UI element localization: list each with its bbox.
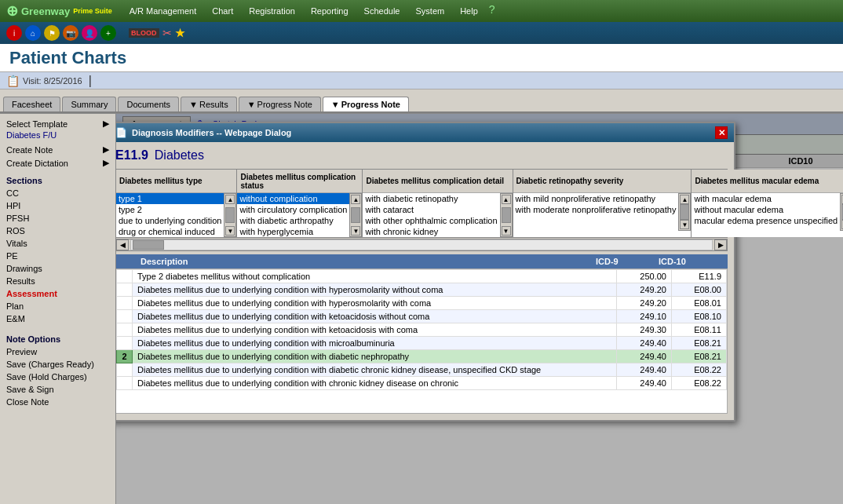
modifier-retinopathy-item-1[interactable]: with mild nonproliferative retinopathy: [513, 193, 679, 204]
table-row[interactable]: Diabetes mellitus due to underlying cond…: [117, 377, 727, 390]
info-icon[interactable]: i: [6, 25, 22, 41]
modifier-detail-item-2[interactable]: with cataract: [363, 204, 499, 215]
row9-icd10[interactable]: E08.22: [672, 377, 727, 390]
row7-desc[interactable]: Diabetes mellitus due to underlying cond…: [133, 350, 617, 363]
table-row[interactable]: Diabetes mellitus due to underlying cond…: [117, 297, 727, 310]
col5-scrollbar[interactable]: ▲ ▼: [840, 193, 843, 231]
sidebar-save-hold[interactable]: Save (Hold Charges): [3, 371, 112, 383]
plus-icon[interactable]: +: [100, 25, 116, 41]
gold-star-icon[interactable]: ★: [175, 27, 185, 39]
col1-scroll-up[interactable]: ▲: [225, 195, 235, 204]
row2-icd10[interactable]: E08.00: [672, 283, 727, 297]
row3-icd10[interactable]: E08.01: [672, 297, 727, 310]
row1-desc[interactable]: Type 2 diabetes mellitus without complic…: [133, 270, 617, 283]
hscroll-left-btn[interactable]: ◀: [116, 239, 129, 250]
col3-scroll-thumb[interactable]: [502, 207, 511, 223]
row1-icd10[interactable]: E11.9: [672, 270, 727, 283]
hscroll-thumb[interactable]: [133, 240, 164, 250]
sidebar-item-pe[interactable]: PE: [3, 250, 112, 262]
camera-icon[interactable]: 📷: [63, 25, 78, 41]
modifier-macular-item-2[interactable]: without macular edema: [692, 204, 840, 215]
modifier-retinopathy-item-2[interactable]: with moderate nonproliferative retinopat…: [513, 204, 679, 215]
row2-desc[interactable]: Diabetes mellitus due to underlying cond…: [133, 283, 617, 297]
sidebar-close-note[interactable]: Close Note: [3, 396, 112, 408]
nav-system[interactable]: System: [407, 3, 452, 19]
dialog-close-button[interactable]: ✕: [715, 126, 728, 139]
modifier-col-5-list[interactable]: with macular edema without macular edema…: [692, 193, 840, 231]
modifier-type-item-3[interactable]: due to underlying condition: [116, 215, 224, 226]
sidebar-item-cc[interactable]: CC: [3, 187, 112, 199]
nav-registration[interactable]: Registration: [241, 3, 303, 19]
nav-help[interactable]: Help: [452, 3, 486, 19]
sidebar-item-hpi[interactable]: HPI: [3, 199, 112, 212]
tab-summary[interactable]: Summary: [62, 97, 116, 111]
row5-icd9[interactable]: 249.30: [617, 323, 672, 337]
sidebar-item-plan[interactable]: Plan: [3, 300, 112, 312]
modifier-macular-item-3[interactable]: macular edema presence unspecified: [692, 215, 840, 226]
sidebar-item-results[interactable]: Results: [3, 275, 112, 287]
col2-scrollbar[interactable]: ▲ ▼: [349, 193, 362, 237]
nav-ar-management[interactable]: A/R Management: [122, 3, 205, 19]
row5-icd10[interactable]: E08.11: [672, 323, 727, 337]
modifier-status-item-1[interactable]: without complication: [237, 193, 349, 204]
row6-desc[interactable]: Diabetes mellitus due to underlying cond…: [133, 337, 617, 350]
dialog-hscrollbar[interactable]: ◀ ▶: [116, 239, 728, 251]
nav-reporting[interactable]: Reporting: [303, 3, 356, 19]
tab-progress-note-1[interactable]: ▼Progress Note: [239, 97, 321, 111]
row3-icd9[interactable]: 249.20: [617, 297, 672, 310]
sidebar-item-vitals[interactable]: Vitals: [3, 237, 112, 250]
modifier-status-item-3[interactable]: with diabetic arthropathy: [237, 215, 349, 226]
col4-scroll-down[interactable]: ▼: [680, 220, 689, 229]
table-row-highlighted[interactable]: 2 Diabetes mellitus due to underlying co…: [117, 350, 727, 363]
table-row[interactable]: Diabetes mellitus due to underlying cond…: [117, 283, 727, 297]
tab-results[interactable]: ▼Results: [181, 97, 237, 111]
row3-desc[interactable]: Diabetes mellitus due to underlying cond…: [133, 297, 617, 310]
tab-documents[interactable]: Documents: [118, 97, 179, 111]
row7-icd10[interactable]: E08.21: [672, 350, 727, 363]
col4-scroll-thumb[interactable]: [680, 204, 689, 220]
col1-scroll-thumb[interactable]: [225, 207, 235, 223]
modifier-type-item-2[interactable]: type 2: [116, 204, 224, 215]
table-row[interactable]: Diabetes mellitus due to underlying cond…: [117, 337, 727, 350]
modifier-macular-item-1[interactable]: with macular edema: [692, 193, 840, 204]
help-circle-icon[interactable]: ?: [489, 3, 495, 19]
sidebar-item-em[interactable]: E&M: [3, 312, 112, 325]
row4-desc[interactable]: Diabetes mellitus due to underlying cond…: [133, 310, 617, 323]
table-row[interactable]: Diabetes mellitus due to underlying cond…: [117, 323, 727, 337]
home-icon[interactable]: ⌂: [25, 25, 41, 41]
sidebar-save-charges[interactable]: Save (Charges Ready): [3, 358, 112, 371]
row4-icd10[interactable]: E08.10: [672, 310, 727, 323]
row9-desc[interactable]: Diabetes mellitus due to underlying cond…: [133, 377, 617, 390]
sidebar-item-assessment[interactable]: Assessment: [3, 287, 112, 300]
table-row[interactable]: Diabetes mellitus due to underlying cond…: [117, 363, 727, 377]
row7-icd9[interactable]: 249.40: [617, 350, 672, 363]
col4-scroll-up[interactable]: ▲: [680, 195, 689, 204]
sidebar-item-ros[interactable]: ROS: [3, 225, 112, 237]
sidebar-preview[interactable]: Preview: [3, 345, 112, 358]
table-row[interactable]: Diabetes mellitus due to underlying cond…: [117, 310, 727, 323]
tab-progress-note-2[interactable]: ▼Progress Note: [323, 97, 409, 111]
col2-scroll-up[interactable]: ▲: [351, 195, 360, 204]
sidebar-create-dictation[interactable]: Create Dictation ▶: [3, 156, 112, 170]
nav-chart[interactable]: Chart: [204, 3, 241, 19]
modifier-type-item-1[interactable]: type 1: [116, 193, 224, 204]
sidebar-item-drawings[interactable]: Drawings: [3, 262, 112, 275]
modifier-detail-item-4[interactable]: with chronic kidney: [363, 226, 499, 237]
col3-scroll-up[interactable]: ▲: [502, 195, 511, 204]
col2-scroll-down[interactable]: ▼: [351, 226, 360, 236]
row9-icd9[interactable]: 249.40: [617, 377, 672, 390]
row5-desc[interactable]: Diabetes mellitus due to underlying cond…: [133, 323, 617, 337]
person-icon[interactable]: 👤: [82, 25, 97, 41]
col1-scroll-down[interactable]: ▼: [225, 226, 235, 236]
modifier-col-3-list[interactable]: with diabetic retinopathy with cataract …: [363, 193, 499, 237]
row2-icd9[interactable]: 249.20: [617, 283, 672, 297]
results-table-body[interactable]: Type 2 diabetes mellitus without complic…: [116, 268, 728, 414]
col3-scroll-down[interactable]: ▼: [502, 226, 511, 236]
modifier-col-4-list[interactable]: with mild nonproliferative retinopathy w…: [513, 193, 679, 231]
row8-desc[interactable]: Diabetes mellitus due to underlying cond…: [133, 363, 617, 377]
row6-icd9[interactable]: 249.40: [617, 337, 672, 350]
row8-icd9[interactable]: 249.40: [617, 363, 672, 377]
back-arrow-icon[interactable]: |: [89, 74, 92, 88]
flag-icon[interactable]: ⚑: [44, 25, 60, 41]
row8-icd10[interactable]: E08.22: [672, 363, 727, 377]
